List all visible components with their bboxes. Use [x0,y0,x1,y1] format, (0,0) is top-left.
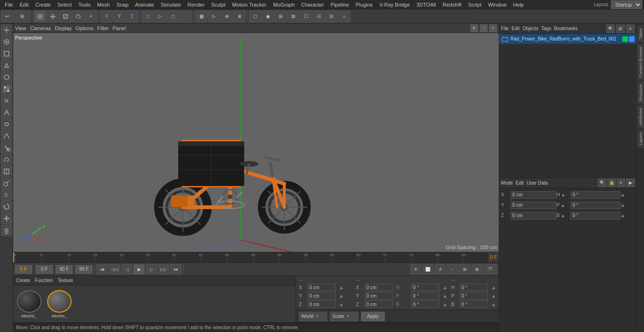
menu-file[interactable]: File [2,1,16,8]
anim-play-button[interactable]: ▷ [208,10,220,23]
obj-bookmarks-menu[interactable]: Bookmarks [554,26,578,31]
left-tool-12[interactable] [1,154,12,165]
left-tool-13[interactable] [1,166,12,177]
menu-help[interactable]: Help [510,1,527,8]
object-list-item[interactable]: Rad_Power_Bike_RadBurro_with_Truck_Bed_0… [499,34,636,44]
render-pic-button[interactable]: ☐ [300,10,312,23]
obj-objects-menu[interactable]: Objects [522,26,538,31]
p2-field[interactable]: 0 ° [411,292,439,300]
object-mode-button[interactable]: □ [141,10,154,23]
menu-script[interactable]: Script [465,1,484,8]
pb-key-button[interactable]: ⊞ [459,264,471,275]
left-tool-10[interactable] [1,130,12,142]
menu-pipeline[interactable]: Pipeline [328,1,352,8]
playback-next-key-button[interactable]: ▷▷ [158,264,169,275]
display-menu[interactable]: Display [55,25,72,31]
attr-z-b-btn[interactable]: ▲ [561,213,565,218]
pb-scale-button[interactable]: ⬜ [422,264,434,275]
panel-menu[interactable]: Panel [113,25,126,31]
menu-create[interactable]: Create [33,1,54,8]
menu-mesh[interactable]: Mesh [94,1,113,8]
left-tool-18[interactable] [1,225,12,236]
timeline-ruler[interactable]: 051015202530354045505560657075808590 [14,252,488,263]
mat-create-menu[interactable]: Create [16,278,30,283]
attr-b-arrow[interactable]: ▲ [620,213,625,218]
playback-to-end-button[interactable]: ⏭ [170,264,182,275]
cameras-menu[interactable]: Cameras [30,25,51,31]
menu-snap[interactable]: Snap [114,1,132,8]
viewport-options-button[interactable]: ≡ [489,24,497,32]
left-tool-7[interactable] [1,95,12,106]
history-button[interactable]: ⊞ [14,10,31,23]
pb-multi-button[interactable]: ⊠ [471,264,483,275]
left-tool-14[interactable] [1,178,12,189]
sx-field[interactable]: 0 ° [460,283,488,291]
scale-dropdown[interactable]: Scale ▼ [330,312,358,321]
obj-file-menu[interactable]: File [501,26,509,31]
playback-prev-key-button[interactable]: ◁◁ [109,264,120,275]
playback-play-button[interactable]: ▶ [133,264,145,275]
left-tool-11[interactable] [1,142,12,154]
menu-mograph[interactable]: MoGraph [270,1,297,8]
takes-tab[interactable]: Takes [637,26,644,42]
obj-tags-menu[interactable]: Tags [541,26,551,31]
menu-edit[interactable]: Edit [17,1,32,8]
attr-x-pos-field[interactable]: 0 cm [511,191,557,199]
pb-rotate-button[interactable]: ↺ [435,264,446,275]
attr-settings-button[interactable]: ≡ [617,178,625,187]
render-settings-button[interactable]: ⊞ [274,10,287,23]
filter-menu[interactable]: Filter [97,25,108,31]
h2-field[interactable]: 0 ° [411,283,439,291]
menu-3dto[interactable]: 3DTOAll [413,1,438,8]
attr-y-p-btn[interactable]: ▲ [561,202,565,208]
menu-motion-tracker[interactable]: Motion Tracker [229,1,269,8]
attr-b-rot-field[interactable]: 0 ° [570,212,620,219]
mat-function-menu[interactable]: Function [35,278,53,283]
playback-prev-button[interactable]: ◁ [121,264,132,275]
attr-search-button[interactable]: 🔍 [598,178,606,187]
pb-move-button[interactable]: ✛ [410,264,421,275]
attr-arrow-button[interactable]: ▶ [626,178,635,187]
attr-h-arrow[interactable]: ▲ [620,192,625,197]
mat-texture-menu[interactable]: Texture [58,278,73,283]
move-button[interactable] [47,10,59,23]
layers-tab[interactable]: Layers [637,130,644,147]
apply-button[interactable]: Apply [361,312,385,321]
h-field[interactable]: 0 cm [364,283,393,291]
menu-vray[interactable]: V-Ray Bridge [377,1,413,8]
left-tool-5[interactable] [1,72,12,83]
scale-button[interactable] [59,10,72,23]
left-tool-3[interactable] [1,48,12,59]
undo-button[interactable]: ↩ [1,10,13,23]
mode-tab[interactable]: Mode [501,180,513,186]
pb-film-button[interactable]: 🎬 [484,264,497,275]
y-axis-button[interactable]: Y [113,10,125,23]
sz-field[interactable]: 0 ° [460,300,488,308]
render-region-button[interactable]: ⬡ [249,10,261,23]
material-item-2[interactable]: electric_ [45,290,74,318]
render-anim-button[interactable]: ☷ [313,10,325,23]
structure-tab[interactable]: Structure [637,82,644,104]
menu-window[interactable]: Window [485,1,509,8]
options-menu[interactable]: Options [75,25,93,31]
obj-edit-menu[interactable]: Edit [512,26,520,31]
left-tool-2[interactable] [1,36,12,48]
rotate-button[interactable] [72,10,84,23]
viewport-canvas[interactable]: Perspective Grid Spacing : 100 cm X Y Z [13,33,499,252]
b2-field[interactable]: 0 ° [411,300,439,308]
left-tool-16[interactable] [1,201,12,212]
add-button[interactable]: + [85,10,97,23]
world-dropdown[interactable]: World ▼ [299,312,327,321]
render-light-button[interactable]: ☼ [338,10,350,23]
left-tool-15[interactable]: S [1,189,12,201]
x-axis-button[interactable]: X [100,10,113,23]
z-pos-field[interactable]: 0 cm [307,300,336,308]
model-mode-button[interactable] [34,10,46,23]
menu-character[interactable]: Character [298,1,327,8]
menu-tools[interactable]: Tools [75,1,93,8]
attr-z-pos-field[interactable]: 0 cm [511,212,557,219]
obj-search-button[interactable]: 🔍 [606,24,615,33]
menu-redshift[interactable]: Redshift [440,1,464,8]
polygon-mode-button[interactable]: ▷ [154,10,166,23]
left-tool-1[interactable] [1,24,12,36]
